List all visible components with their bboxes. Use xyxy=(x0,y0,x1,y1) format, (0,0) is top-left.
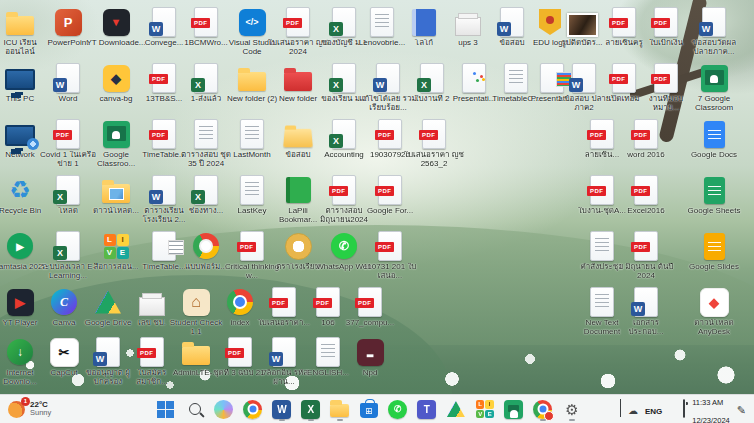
network-icon xyxy=(4,118,36,150)
linegrid-icon: LIVE xyxy=(100,230,132,262)
tray-date: 12/23/2024 xyxy=(692,416,730,423)
classroom-icon xyxy=(100,118,132,150)
desktop-icon-pdf[interactable]: PDF110731 201 ใบเสนอ... xyxy=(360,230,420,281)
desktop-icon-label: Google For... xyxy=(360,207,420,216)
folder-open-icon xyxy=(282,118,314,150)
pdf-icon: PDF xyxy=(328,174,360,206)
taskbar: 1 22°C Sunny WX⊞✆TLIVE⚙ ☁ENG11:33 AM12/2… xyxy=(0,394,754,423)
vscode-icon: </> xyxy=(236,6,268,38)
weather-icon: 1 xyxy=(8,401,25,418)
excel-icon: X xyxy=(328,62,360,94)
desktop-icon-label: Google Docs xyxy=(684,151,744,160)
copilot-icon xyxy=(214,400,233,419)
taskbar-excel-button[interactable]: X xyxy=(299,397,323,421)
excel-icon: X xyxy=(52,174,84,206)
taskbar-file-explorer-button[interactable] xyxy=(328,397,352,421)
desktop-icon-label: word 2016 xyxy=(616,151,676,160)
gcolors-icon xyxy=(190,230,222,262)
desktop-icon-label: Google Slides xyxy=(684,263,744,272)
taskbar-chrome-button[interactable] xyxy=(241,397,265,421)
classroom-icon xyxy=(504,400,523,419)
taskbar-chrome-app-button[interactable] xyxy=(531,397,555,421)
tray-language-icon[interactable]: ENG xyxy=(645,400,662,418)
word-icon: W xyxy=(272,400,291,419)
anydesk-icon: ◆ xyxy=(698,286,730,318)
tray-battery-icon[interactable] xyxy=(683,400,685,418)
desktop-icon-gsheets[interactable]: Google Sheets xyxy=(684,174,744,216)
taskbar-store-button[interactable]: ⊞ xyxy=(357,397,381,421)
desktop-icon-pdf[interactable]: PDFใบเสนอราคา ญช 2563_2 xyxy=(404,118,464,169)
weather-widget[interactable]: 1 22°C Sunny xyxy=(0,400,154,418)
desktop-icon-label: 7 Google Classroom xyxy=(684,95,744,113)
chrome-icon xyxy=(224,286,256,318)
tray-cloud-icon[interactable]: ☁ xyxy=(628,400,638,418)
line-icon: LIVE xyxy=(476,400,494,418)
pdf-icon: PDF xyxy=(136,336,168,368)
search-icon xyxy=(189,403,201,415)
doc-icon xyxy=(586,230,618,262)
desktop-icon-pdf[interactable]: PDFword 2016 xyxy=(616,118,676,160)
excel-icon: X xyxy=(190,62,222,94)
folder-icon xyxy=(4,6,36,38)
pc-icon xyxy=(4,62,36,94)
tray-pen-icon[interactable]: ✎ xyxy=(737,400,746,418)
taskbar-settings-button[interactable]: ⚙ xyxy=(560,397,584,421)
pdf-icon: PDF xyxy=(52,118,84,150)
bookgreen-icon xyxy=(282,174,314,206)
pdf-icon: PDF xyxy=(630,230,662,262)
desktop-icon-word[interactable]: Wข้อสอบวัดผล ปลายภาค... xyxy=(684,6,744,57)
file-explorer-icon xyxy=(330,404,349,417)
pdf-icon: PDF xyxy=(374,174,406,206)
tray-time: 11:33 AM xyxy=(692,398,723,407)
notebook-icon xyxy=(408,6,440,38)
word-icon: W xyxy=(268,336,300,368)
taskbar-teams-button[interactable]: T xyxy=(415,397,439,421)
gdocs-icon xyxy=(698,118,730,150)
weather-condition: Sunny xyxy=(30,409,51,418)
pdf-icon: PDF xyxy=(268,286,300,318)
word-icon: W xyxy=(92,336,124,368)
excel-icon: X xyxy=(301,400,320,419)
desktop-icon-pdf[interactable]: PDFExcel2016 xyxy=(616,174,676,216)
pdf-icon: PDF xyxy=(282,6,314,38)
desktop-icon-darkbox[interactable]: ▂Npd xyxy=(340,336,400,378)
idm-icon: ↓ xyxy=(4,336,36,368)
desktop-icon-gslides[interactable]: Google Slides xyxy=(684,230,744,272)
desktop-icon-classroom[interactable]: 7 Google Classroom xyxy=(684,62,744,113)
desktop-icon-pdf[interactable]: PDF1 มิถุนายน ต้นปี 2024 xyxy=(616,230,676,281)
chrome-app-icon xyxy=(533,400,552,419)
house-icon: ⌂ xyxy=(180,286,212,318)
tray-chevron-up-icon[interactable] xyxy=(620,400,621,418)
pdf-icon: PDF xyxy=(630,118,662,150)
desktop-icon-pdf[interactable]: PDF377_compu... xyxy=(340,286,400,328)
recycle-icon: ♻ xyxy=(4,174,36,206)
desktop-icon-label: ข้อสอบวัดผล ปลายภาค... xyxy=(684,39,744,57)
taskbar-line-button[interactable]: LIVE xyxy=(473,397,497,421)
weather-text: 22°C Sunny xyxy=(30,400,51,418)
taskbar-start-button[interactable] xyxy=(154,397,178,421)
taskbar-copilot-button[interactable] xyxy=(212,397,236,421)
desktop-icon-word[interactable]: Wเอกสารประกอบ... xyxy=(616,286,676,337)
desktop-icon-anydesk[interactable]: ◆ดาวน์โหลด AnyDesk xyxy=(684,286,744,337)
classroom-icon xyxy=(698,62,730,94)
google-drive-icon xyxy=(447,401,465,417)
desktop-icon-label: Npd xyxy=(340,369,400,378)
taskbar-google-drive-button[interactable] xyxy=(444,397,468,421)
desktop-icon-label: 1 มิถุนายน ต้นปี 2024 xyxy=(616,263,676,281)
doc-icon xyxy=(236,174,268,206)
taskbar-search-button[interactable] xyxy=(183,397,207,421)
taskbar-word-button[interactable]: W xyxy=(270,397,294,421)
word-icon: W xyxy=(698,6,730,38)
pdf-icon: PDF xyxy=(374,230,406,262)
excel-icon: X xyxy=(328,118,360,150)
word-icon: W xyxy=(372,62,404,94)
taskbar-whatsapp-button[interactable]: ✆ xyxy=(386,397,410,421)
tray-clock[interactable]: 11:33 AM12/23/2024 xyxy=(692,391,730,423)
chrome-icon xyxy=(243,400,262,419)
folder-img-icon xyxy=(100,174,132,206)
taskbar-classroom-button[interactable] xyxy=(502,397,526,421)
desktop-icon-pdf[interactable]: PDFGoogle For... xyxy=(360,174,420,216)
capcut-icon: ✂ xyxy=(48,336,80,368)
taskbar-center: WX⊞✆TLIVE⚙ xyxy=(154,397,584,421)
desktop-icon-gdocs[interactable]: Google Docs xyxy=(684,118,744,160)
